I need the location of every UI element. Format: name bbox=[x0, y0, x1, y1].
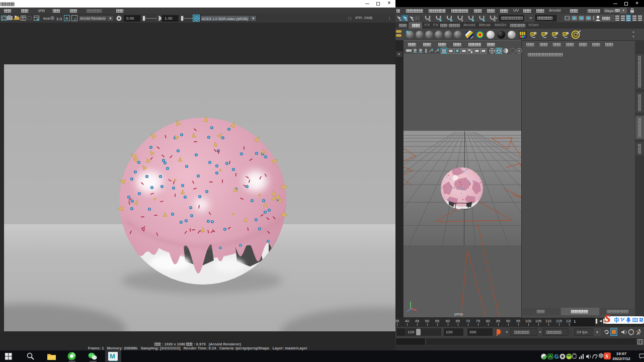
svg-text:80: 80 bbox=[486, 319, 490, 323]
svg-text:45: 45 bbox=[415, 319, 419, 323]
svg-text:50: 50 bbox=[425, 319, 429, 323]
svg-text:1:1: 1:1 bbox=[56, 17, 62, 21]
svg-text:G: G bbox=[554, 353, 559, 359]
svg-text:85: 85 bbox=[496, 319, 500, 323]
svg-text:35: 35 bbox=[395, 319, 399, 323]
svg-text:70: 70 bbox=[466, 319, 470, 323]
svg-text:65: 65 bbox=[456, 319, 460, 323]
svg-text:95: 95 bbox=[516, 319, 520, 323]
svg-text:110: 110 bbox=[545, 319, 551, 323]
svg-text:115: 115 bbox=[556, 319, 562, 323]
svg-text:A: A bbox=[65, 16, 68, 21]
svg-text:90: 90 bbox=[506, 319, 510, 323]
svg-text:40: 40 bbox=[405, 319, 409, 323]
svg-text:75: 75 bbox=[476, 319, 480, 323]
svg-text:60: 60 bbox=[446, 319, 450, 323]
svg-text:100: 100 bbox=[525, 319, 532, 323]
svg-text:x: x bbox=[74, 17, 76, 21]
svg-text:105: 105 bbox=[535, 319, 542, 323]
svg-text:55: 55 bbox=[435, 319, 439, 323]
svg-text:RGB: RGB bbox=[43, 17, 50, 20]
